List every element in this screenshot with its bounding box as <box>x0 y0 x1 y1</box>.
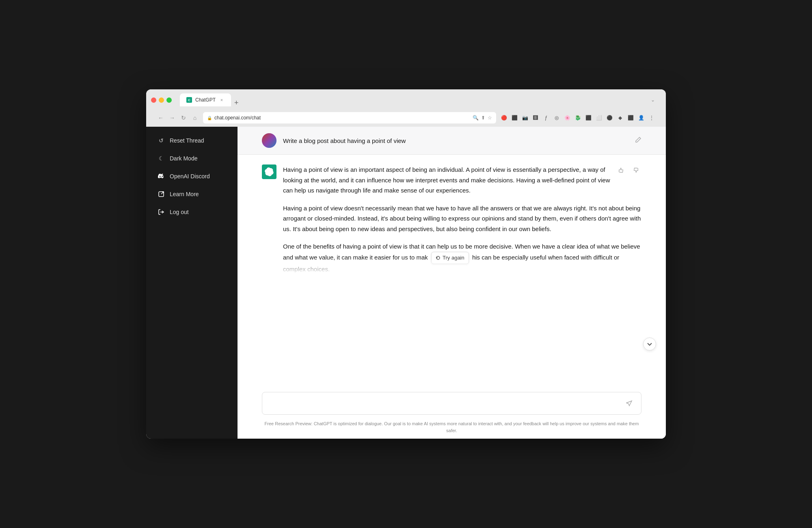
chat-input[interactable] <box>268 400 623 407</box>
footer-text: Free Research Preview: ChatGPT is optimi… <box>238 418 666 439</box>
log-out-label: Log out <box>170 209 189 215</box>
sidebar-item-openai-discord[interactable]: OpenAI Discord <box>149 168 234 185</box>
ai-message-row: Having a point of view is an important a… <box>262 164 641 281</box>
user-message-bar: Write a blog post about having a point o… <box>238 127 666 155</box>
tab-close-button[interactable]: × <box>219 97 225 103</box>
log-out-icon <box>158 208 165 216</box>
tab-favicon: C <box>186 97 192 103</box>
thumbs-down-button[interactable] <box>630 164 641 176</box>
tab-title: ChatGPT <box>195 97 216 103</box>
send-button[interactable] <box>623 397 635 409</box>
close-button[interactable] <box>151 97 156 103</box>
extension-icon-7[interactable]: 🌸 <box>563 113 572 122</box>
try-again-button[interactable]: Try again <box>431 252 469 264</box>
extension-icon-2[interactable]: ⬛ <box>510 113 519 122</box>
learn-more-label: Learn More <box>170 191 199 197</box>
input-box <box>262 392 641 415</box>
reset-thread-label: Reset Thread <box>170 137 204 144</box>
try-again-label: Try again <box>443 253 464 262</box>
extension-icon-13[interactable]: ⬛ <box>626 113 635 122</box>
user-avatar <box>262 133 276 148</box>
sidebar-item-dark-mode[interactable]: ☾ Dark Mode <box>149 150 234 167</box>
extension-icon-4[interactable]: 🅱 <box>531 113 540 122</box>
browser-toolbar: 🔴 ⬛ 📷 🅱 ƒ ◎ 🌸 🐉 ⬛ ⬜ ⚫ ◆ ⬛ 👤 ⋮ <box>499 113 656 122</box>
sidebar-item-learn-more[interactable]: Learn More <box>149 186 234 203</box>
extension-icon-11[interactable]: ⚫ <box>605 113 614 122</box>
scroll-down-button[interactable] <box>643 338 656 351</box>
ai-message-content: Having a point of view is an important a… <box>283 164 641 281</box>
share-icon: ⬆ <box>481 115 485 121</box>
bookmark-icon: ☆ <box>488 115 492 121</box>
ai-message-text: Having a point of view is an important a… <box>283 164 641 274</box>
extension-icon-1[interactable]: 🔴 <box>499 113 508 122</box>
refresh-button[interactable]: ↻ <box>179 113 188 123</box>
dark-mode-label: Dark Mode <box>170 155 197 162</box>
reset-thread-icon: ↺ <box>158 137 165 144</box>
maximize-button[interactable] <box>166 97 172 103</box>
openai-discord-label: OpenAI Discord <box>170 173 210 180</box>
extension-icon-5[interactable]: ƒ <box>542 113 551 122</box>
extension-icon-3[interactable]: 📷 <box>520 113 529 122</box>
extension-icon-8[interactable]: 🐉 <box>573 113 582 122</box>
active-tab[interactable]: C ChatGPT × <box>180 93 231 106</box>
thumbs-up-button[interactable] <box>615 164 627 176</box>
extension-icon-10[interactable]: ⬜ <box>594 113 603 122</box>
dark-mode-icon: ☾ <box>158 155 165 162</box>
sidebar-item-reset-thread[interactable]: ↺ Reset Thread <box>149 132 234 149</box>
discord-icon <box>158 173 165 180</box>
ai-paragraph-3: One of the benefits of having a point of… <box>283 241 641 274</box>
home-button[interactable]: ⌂ <box>190 113 200 123</box>
sidebar: ↺ Reset Thread ☾ Dark Mode OpenAI Discor… <box>146 127 238 439</box>
chat-area: Write a blog post about having a point o… <box>238 127 666 439</box>
minimize-button[interactable] <box>159 97 164 103</box>
extension-icon-6[interactable]: ◎ <box>552 113 561 122</box>
address-bar-icons: 🔍 ⬆ ☆ <box>473 115 492 121</box>
address-bar[interactable]: 🔒 chat.openai.com/chat 🔍 ⬆ ☆ <box>203 112 496 123</box>
ai-message-section: Having a point of view is an important a… <box>238 155 666 387</box>
tab-bar: C ChatGPT × + <box>180 93 242 106</box>
traffic-lights[interactable] <box>151 97 172 103</box>
back-button[interactable]: ← <box>156 113 166 123</box>
url-text: chat.openai.com/chat <box>214 115 261 121</box>
ai-message-actions <box>615 164 641 176</box>
ai-avatar <box>262 164 276 179</box>
edit-message-button[interactable] <box>635 136 641 145</box>
extension-icon-12[interactable]: ◆ <box>615 113 624 122</box>
extension-icon-9[interactable]: ⬛ <box>584 113 593 122</box>
avatar-icon[interactable]: 👤 <box>637 113 646 122</box>
search-icon: 🔍 <box>473 115 479 121</box>
new-tab-button[interactable]: + <box>231 99 242 106</box>
sidebar-item-log-out[interactable]: Log out <box>149 203 234 221</box>
learn-more-icon <box>158 190 165 198</box>
nav-buttons: ← → ↻ ⌂ <box>156 113 200 123</box>
lock-icon: 🔒 <box>207 116 212 120</box>
input-area <box>238 387 666 418</box>
window-controls: ⌄ <box>648 95 658 105</box>
user-message-text: Write a blog post about having a point o… <box>283 137 628 144</box>
ai-paragraph-2: Having a point of view doesn't necessari… <box>283 203 641 234</box>
ai-paragraph-1: Having a point of view is an important a… <box>283 164 641 196</box>
menu-icon[interactable]: ⋮ <box>647 113 656 122</box>
forward-button[interactable]: → <box>167 113 177 123</box>
